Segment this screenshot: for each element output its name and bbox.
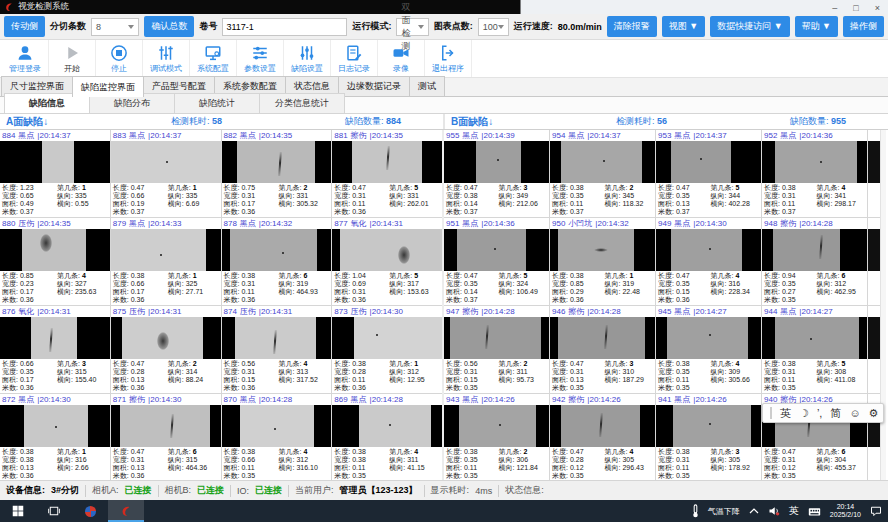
- defect-card[interactable]: 872黑点|20:14:30长度:0.38宽度:0.38面积:0.13米数:0.…: [0, 394, 110, 480]
- clock[interactable]: 20:14 2025/2/10: [830, 503, 861, 519]
- action-sliders-button[interactable]: 参数设置: [237, 40, 284, 77]
- action-stop-button[interactable]: 停止: [96, 40, 143, 77]
- defect-card[interactable]: 873压伤|20:14:30长度:0.38宽度:0.28面积:0.11米数:0.…: [332, 306, 442, 393]
- confirm-total-button[interactable]: 确认总数: [144, 16, 194, 37]
- ime-language-indicator[interactable]: 英: [789, 504, 799, 518]
- defect-image: [656, 405, 761, 447]
- stat-label: 面积:: [764, 464, 780, 472]
- defect-card[interactable]: 944黑点|20:14:27长度:0.38宽度:0.31面积:0.11米数:0.…: [762, 306, 867, 393]
- defect-card[interactable]: 870黑点|20:14:28长度:0.38宽度:0.66面积:0.11米数:0.…: [222, 394, 332, 480]
- strip-count-select[interactable]: 8: [91, 18, 139, 36]
- defect-card[interactable]: 953黑点|20:14:37长度:0.47宽度:0.35面积:0.13米数:0.…: [656, 130, 761, 217]
- stat-label: 横向:: [817, 288, 833, 296]
- defect-card[interactable]: 954黑点|20:14:37长度:0.38宽度:0.35面积:0.11米数:0.…: [550, 130, 655, 217]
- stats-right-column: 第几条:4纵向:327横向:235.63: [57, 272, 108, 305]
- stat-label: 横向:: [389, 376, 405, 384]
- action-equalizer-button[interactable]: 缺陷设置: [284, 40, 331, 77]
- defect-card[interactable]: 877氧化|20:14:31长度:1.04宽度:0.69面积:0.31米数:0.…: [332, 218, 442, 305]
- defect-card[interactable]: 947擦伤|20:14:28长度:0.56宽度:0.31面积:0.15米数:0.…: [444, 306, 549, 393]
- stats-right-column: 第几条:1纵向:335横向:6.69: [168, 184, 219, 217]
- run-speed-label: 运行速度:: [514, 20, 553, 33]
- defect-card[interactable]: 874压伤|20:14:31长度:0.56宽度:0.31面积:0.15米数:0.…: [222, 306, 332, 393]
- defect-card[interactable]: 955黑点|20:14:39长度:0.47宽度:0.38面积:0.14米数:0.…: [444, 130, 549, 217]
- thermometer-icon[interactable]: [692, 504, 699, 518]
- clear-alarm-button[interactable]: 清除报警: [607, 16, 657, 37]
- defect-card[interactable]: 871擦伤|20:14:30长度:0.47宽度:0.31面积:0.13米数:0.…: [111, 394, 221, 480]
- defect-card[interactable]: 950小凹坑|20:14:32长度:0.38宽度:0.85面积:0.29米数:0…: [550, 218, 655, 305]
- defect-card[interactable]: 869黑点|20:14:28长度:0.38宽度:0.38面积:0.11米数:0.…: [332, 394, 442, 480]
- defect-card-header: 881擦伤|20:14:35: [332, 130, 442, 141]
- main-tab-1[interactable]: 缺陷监控界面: [72, 76, 144, 97]
- ime-grip[interactable]: [770, 407, 772, 419]
- action-center-icon[interactable]: [870, 505, 882, 517]
- main-tab-5[interactable]: 边缘数据记录: [338, 76, 410, 96]
- ime-item-1[interactable]: ☽: [799, 407, 809, 420]
- action-monitor-button[interactable]: 系统配置: [190, 40, 237, 77]
- defect-card[interactable]: 876氧化|20:14:31长度:0.66宽度:0.35面积:0.17米数:0.…: [0, 306, 110, 393]
- taskbar-app-icon[interactable]: [72, 500, 108, 522]
- close-button[interactable]: ×: [875, 3, 880, 13]
- action-camera-button[interactable]: 录像: [378, 40, 425, 77]
- defect-card[interactable]: 878黑点|20:14:32长度:0.38宽度:0.31面积:0.11米数:0.…: [222, 218, 332, 305]
- defect-card[interactable]: 943黑点|20:14:26长度:0.38宽度:0.35面积:0.11米数:0.…: [444, 394, 549, 480]
- stat-label: 纵向:: [499, 456, 515, 464]
- volume-icon[interactable]: [768, 505, 780, 517]
- vertical-scrollbar[interactable]: [880, 130, 886, 480]
- defect-mark: [398, 246, 410, 264]
- action-tune-button[interactable]: 调试模式: [143, 40, 190, 77]
- defect-card[interactable]: 941黑点|20:14:26长度:0.38宽度:0.31面积:0.11米数:0.…: [656, 394, 761, 480]
- defect-card[interactable]: 880压伤|20:14:35长度:0.85宽度:0.23面积:0.17米数:0.…: [0, 218, 110, 305]
- stat-label: 宽度:: [764, 192, 780, 200]
- action-log-button[interactable]: 日志记录: [331, 40, 378, 77]
- stat-value: 0.35: [570, 472, 584, 480]
- panel-title-a[interactable]: A面缺陷↓: [6, 115, 48, 129]
- defect-card[interactable]: 951黑点|20:14:36长度:0.47宽度:0.35面积:0.14米数:0.…: [444, 218, 549, 305]
- start-button[interactable]: [0, 500, 36, 522]
- image-band: [476, 141, 521, 183]
- defect-card[interactable]: 884黑点|20:14:37长度:1.23宽度:0.65面积:0.49米数:0.…: [0, 130, 110, 217]
- help-menu-button[interactable]: 帮助 ▼: [795, 16, 838, 37]
- defect-card[interactable]: 881擦伤|20:14:35长度:0.47宽度:0.31面积:0.11米数:0.…: [332, 130, 442, 217]
- panel-title-b[interactable]: B面缺陷↓: [451, 115, 493, 129]
- ime-item-4[interactable]: ☺: [849, 407, 860, 419]
- operator-side-button[interactable]: 操作侧: [843, 16, 884, 37]
- maximize-button[interactable]: □: [853, 3, 858, 13]
- action-play-button[interactable]: 开始: [49, 40, 96, 77]
- task-view-button[interactable]: [36, 500, 72, 522]
- ime-item-5[interactable]: ⚙: [869, 407, 879, 420]
- minimize-button[interactable]: –: [832, 3, 837, 13]
- defect-card[interactable]: 945黑点|20:14:27长度:0.38宽度:0.35面积:0.11米数:0.…: [656, 306, 761, 393]
- defect-card[interactable]: 883黑点|20:14:37长度:0.47宽度:0.66面积:0.19米数:0.…: [111, 130, 221, 217]
- data-quick-access-menu-button[interactable]: 数据快捷访问 ▼: [710, 16, 789, 37]
- ime-item-0[interactable]: 英: [780, 406, 791, 421]
- hidden-icons-chevron[interactable]: [749, 508, 759, 514]
- keyboard-icon[interactable]: [808, 505, 821, 518]
- defect-card[interactable]: 875压伤|20:14:31长度:0.47宽度:0.28面积:0.13米数:0.…: [111, 306, 221, 393]
- run-mode-select[interactable]: 双面检测: [396, 18, 428, 36]
- weather-text[interactable]: 气温下降: [708, 506, 740, 517]
- ime-item-3[interactable]: 简: [830, 406, 841, 421]
- taskbar-active-app-icon[interactable]: [108, 500, 144, 522]
- sub-tab-2[interactable]: 缺陷统计: [174, 93, 260, 113]
- defect-card[interactable]: 949黑点|20:14:30长度:0.47宽度:0.35面积:0.15米数:0.…: [656, 218, 761, 305]
- defect-card[interactable]: 946擦伤|20:14:28长度:0.47宽度:0.31面积:0.13米数:0.…: [550, 306, 655, 393]
- stats-left-column: 长度:0.38宽度:0.66面积:0.11米数:0.35: [224, 448, 279, 480]
- roll-number-input[interactable]: [222, 18, 347, 36]
- stat-row: 宽度:0.31: [764, 368, 817, 376]
- chart-points-select[interactable]: 100: [478, 18, 509, 36]
- defect-card[interactable]: 879黑点|20:14:33长度:0.38宽度:0.66面积:0.17米数:0.…: [111, 218, 221, 305]
- stat-label: 第几条:: [278, 360, 301, 368]
- defect-card[interactable]: 948擦伤|20:14:28长度:0.94宽度:0.35面积:0.27米数:0.…: [762, 218, 867, 305]
- ime-item-2[interactable]: ’,: [817, 407, 823, 419]
- main-tab-6[interactable]: 测试: [409, 76, 445, 96]
- defect-card[interactable]: 942擦伤|20:14:26长度:0.47宽度:0.28面积:0.12米数:0.…: [550, 394, 655, 480]
- view-menu-button[interactable]: 视图 ▼: [662, 16, 705, 37]
- drive-side-button[interactable]: 传动侧: [4, 16, 45, 37]
- sub-tab-3[interactable]: 分类信息统计: [259, 93, 345, 113]
- action-exit-button[interactable]: 退出程序: [425, 40, 472, 77]
- stat-row: 米数:0.35: [764, 384, 817, 392]
- stat-row: 纵向:311: [499, 368, 547, 376]
- defect-card[interactable]: 882黑点|20:14:35长度:0.75宽度:0.31面积:0.17米数:0.…: [222, 130, 332, 217]
- action-user-button[interactable]: 管理登录: [2, 40, 49, 77]
- defect-card[interactable]: 952黑点|20:14:36长度:0.38宽度:0.31面积:0.11米数:0.…: [762, 130, 867, 217]
